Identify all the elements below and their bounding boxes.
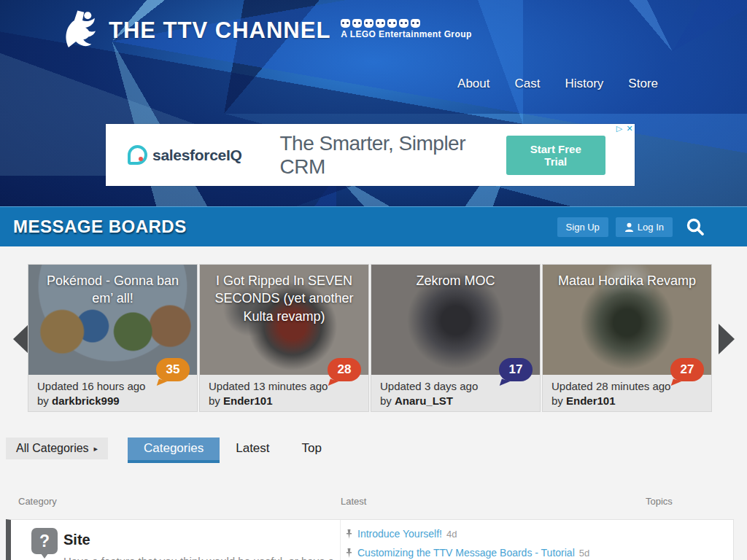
featured-carousel: Pokémod - Gonna ban em’ all! 35 Updated … xyxy=(0,264,747,412)
message-boards-bar: MESSAGE BOARDS Sign Up Log In xyxy=(0,206,747,246)
user-icon xyxy=(624,222,634,232)
category-filter-dropdown[interactable]: All Categories ▸ xyxy=(6,438,108,459)
carousel-next-arrow[interactable] xyxy=(719,324,735,354)
featured-card[interactable]: I Got Ripped In SEVEN SECONDS (yet anoth… xyxy=(199,264,369,412)
sign-up-button[interactable]: Sign Up xyxy=(557,217,608,237)
list-item: Introduce Yourself! 4d xyxy=(345,528,646,540)
card-title: Zekrom MOC xyxy=(371,272,540,289)
log-in-label: Log In xyxy=(638,222,664,233)
featured-card[interactable]: Zekrom MOC 17 Updated 3 days ago by Anar… xyxy=(371,264,541,412)
topic-age: 5d xyxy=(579,548,589,559)
site-title: THE TTV CHANNEL xyxy=(109,18,330,44)
topic-age: 4d xyxy=(446,529,457,540)
filter-row: All Categories ▸ Categories Latest Top xyxy=(6,438,338,463)
table-row[interactable]: ? Site Have a feature that you think wou… xyxy=(6,519,734,560)
pin-icon xyxy=(345,529,353,539)
card-updated: Updated 13 minutes ago xyxy=(209,380,328,392)
card-username[interactable]: Ender101 xyxy=(566,394,616,407)
list-tabs: Categories Latest Top xyxy=(128,438,338,463)
page-title: MESSAGE BOARDS xyxy=(13,217,187,237)
ttv-logo-icon xyxy=(62,7,103,54)
topic-link[interactable]: Introduce Yourself! xyxy=(357,528,442,540)
ad-banner[interactable]: salesforceIQ The Smarter, Simpler CRM St… xyxy=(106,124,635,186)
category-cell: ? Site Have a feature that you think wou… xyxy=(11,520,341,560)
mask-icon xyxy=(341,19,350,28)
hero-header: THE TTV CHANNEL A LEGO Entertainment Gro… xyxy=(0,0,747,206)
table-header: Category Latest Topics xyxy=(6,496,734,507)
ad-close-icon[interactable]: ✕ xyxy=(624,124,635,133)
card-updated: Updated 16 hours ago xyxy=(37,380,145,392)
menu-icon[interactable] xyxy=(718,220,735,233)
adchoices-icon[interactable]: ▷ xyxy=(614,124,624,133)
card-updated: Updated 3 days ago xyxy=(380,380,478,392)
column-header-latest: Latest xyxy=(341,496,646,507)
card-username[interactable]: Anaru_LST xyxy=(395,394,453,407)
ad-cta-button[interactable]: Start Free Trial xyxy=(506,136,605,175)
category-filter-label: All Categories xyxy=(16,442,89,455)
mask-icon xyxy=(411,19,420,28)
mask-icon xyxy=(352,19,362,28)
card-title: Pokémod - Gonna ban em’ all! xyxy=(28,272,197,308)
card-by-label: by xyxy=(380,394,392,407)
topic-link[interactable]: Customizing the TTV Message Boards - Tut… xyxy=(357,547,575,559)
tab-categories[interactable]: Categories xyxy=(128,438,220,463)
mask-icons xyxy=(341,19,471,28)
nav-item-history[interactable]: History xyxy=(565,77,603,91)
reply-count-badge: 17 xyxy=(499,358,533,381)
reply-count-badge: 27 xyxy=(670,358,704,381)
carousel-prev-arrow[interactable] xyxy=(13,324,29,354)
card-username[interactable]: darkbrick999 xyxy=(52,394,120,407)
salesforceiq-logo-icon xyxy=(128,145,147,165)
featured-card[interactable]: Pokémod - Gonna ban em’ all! 35 Updated … xyxy=(28,264,198,412)
column-header-category: Category xyxy=(6,496,341,507)
reply-count-badge: 35 xyxy=(156,358,190,381)
reply-count-badge: 28 xyxy=(328,358,361,381)
category-name[interactable]: Site xyxy=(63,532,90,548)
nav-item-about[interactable]: About xyxy=(457,77,489,91)
hero-nav: About Cast History Store xyxy=(457,77,658,91)
tab-top[interactable]: Top xyxy=(286,438,338,463)
tagline: A LEGO Entertainment Group xyxy=(341,29,471,39)
category-description: Have a feature that you think would be u… xyxy=(63,555,334,560)
mask-icon xyxy=(387,19,397,28)
latest-cell: Introduce Yourself! 4d Customizing the T… xyxy=(341,520,646,560)
bar-actions: Sign Up Log In xyxy=(557,216,735,238)
card-username[interactable]: Ender101 xyxy=(223,394,273,407)
topics-cell xyxy=(646,520,733,560)
card-updated: Updated 28 minutes ago xyxy=(551,380,670,392)
mask-icon xyxy=(376,19,385,28)
column-header-topics: Topics xyxy=(646,496,734,507)
carousel-cards: Pokémod - Gonna ban em’ all! 35 Updated … xyxy=(28,264,712,412)
ad-corner-controls: ▷ ✕ xyxy=(614,124,635,133)
list-item: Customizing the TTV Message Boards - Tut… xyxy=(345,547,646,559)
card-title: I Got Ripped In SEVEN SECONDS (yet anoth… xyxy=(200,272,368,325)
ad-headline: The Smarter, Simpler CRM xyxy=(279,132,506,179)
chevron-right-icon: ▸ xyxy=(93,444,98,454)
sign-up-label: Sign Up xyxy=(566,222,600,233)
question-mark-icon: ? xyxy=(31,528,58,554)
featured-card[interactable]: Matau Hordika Revamp 27 Updated 28 minut… xyxy=(542,264,712,412)
card-by-label: by xyxy=(551,394,563,407)
ad-brand: salesforceIQ xyxy=(128,145,241,165)
search-icon[interactable] xyxy=(684,216,706,238)
card-by-label: by xyxy=(209,394,220,407)
card-title: Matau Hordika Revamp xyxy=(543,272,711,289)
ad-brand-name: salesforceIQ xyxy=(152,147,241,164)
nav-item-store[interactable]: Store xyxy=(628,77,658,91)
tagline-block: A LEGO Entertainment Group xyxy=(341,19,471,39)
nav-item-cast[interactable]: Cast xyxy=(514,77,540,91)
pin-icon xyxy=(345,548,353,558)
card-by-label: by xyxy=(37,394,49,407)
mask-icon xyxy=(364,19,374,28)
mask-icon xyxy=(399,19,409,28)
brand[interactable]: THE TTV CHANNEL A LEGO Entertainment Gro… xyxy=(62,7,472,54)
log-in-button[interactable]: Log In xyxy=(616,217,673,237)
tab-latest[interactable]: Latest xyxy=(220,438,285,463)
